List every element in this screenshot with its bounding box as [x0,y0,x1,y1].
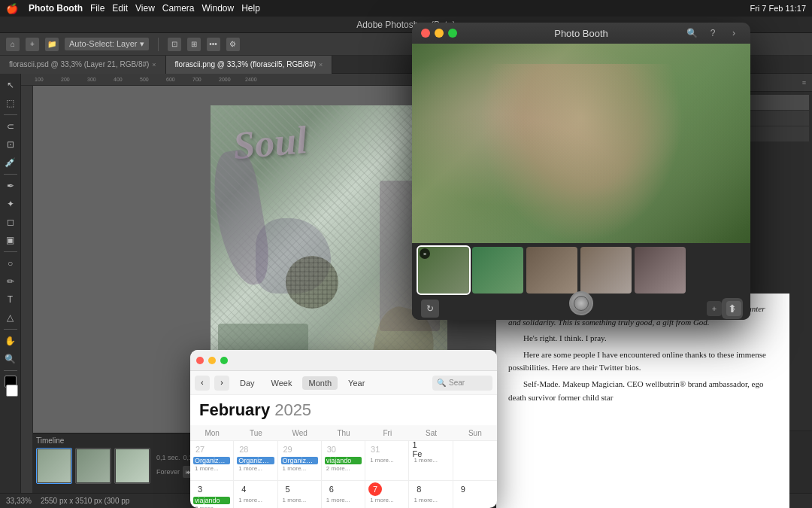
ps-align-icon[interactable]: ⊡ [168,38,181,51]
tool-gradient[interactable]: ▣ [2,232,19,248]
cal-event: Organizaç... [237,457,274,464]
pb-thumb-2[interactable] [472,247,523,294]
cal-day-29[interactable]: 29 Organizaç... 1 more... [278,441,322,480]
pb-thumb-3[interactable] [526,247,577,294]
tool-hand[interactable]: ✋ [2,333,19,349]
cal-next-button[interactable]: › [214,376,229,391]
tool-eraser[interactable]: ◻ [2,214,19,230]
cal-day-5[interactable]: 5 1 more... [278,481,322,508]
cal-day-7[interactable]: 7 1 more... [365,481,409,508]
ps-new-icon[interactable]: + [26,38,39,51]
cal-view-year[interactable]: Year [342,376,371,390]
calendar-window: ‹ › Day Week Month Year 🔍 Sear February … [190,350,497,508]
ps-home-icon[interactable]: ⌂ [6,38,20,51]
tool-clone[interactable]: ✦ [2,196,19,212]
cal-day-31[interactable]: 31 1 more... [365,441,409,480]
cal-view-day[interactable]: Day [234,376,261,390]
apple-icon[interactable]: 🍎 [6,3,18,14]
tool-divider-2 [4,174,17,175]
menu-edit[interactable]: Edit [112,3,128,14]
menu-camera[interactable]: Camera [162,3,195,14]
pb-close-button[interactable] [421,29,430,38]
ps-frame-3[interactable] [114,448,150,484]
cal-day-num-31: 31 [368,443,382,456]
pb-maximize-button[interactable] [448,29,457,38]
pb-extend-icon[interactable]: › [726,26,741,41]
ps-doc-size: 2550 px x 3510 px (300 pp [41,497,129,505]
cal-day-30[interactable]: 30 viajando 2 more... [322,441,365,480]
tool-select[interactable]: ⬚ [2,95,19,111]
ps-tab-2-close[interactable]: × [319,61,323,68]
ps-settings-icon[interactable]: ⚙ [226,38,240,51]
pb-thumb-4[interactable] [580,247,632,294]
pb-refresh-button[interactable]: ↻ [421,300,439,318]
ps-tab-1-close[interactable]: × [152,61,156,68]
tool-shape[interactable]: △ [2,309,19,326]
menu-view[interactable]: View [135,3,155,14]
tool-divider-3 [4,251,17,252]
cal-maximize-button[interactable] [220,357,228,364]
tool-pen[interactable]: ✏ [2,273,19,290]
tool-move[interactable]: ↖ [2,77,19,93]
cal-close-button[interactable] [196,357,204,364]
cal-day-4[interactable]: 4 1 more... [234,481,277,508]
cal-day-9[interactable]: 9 [453,481,497,508]
cal-event-more: 1 more... [237,497,274,503]
cal-prev-button[interactable]: ‹ [195,376,210,391]
pb-thumb-1[interactable]: × [418,247,469,294]
cal-toolbar: ‹ › Day Week Month Year 🔍 Sear [190,371,497,395]
tool-dodge[interactable]: ○ [2,255,19,272]
pb-minimize-button[interactable] [435,29,444,38]
cal-day-3[interactable]: 3 viajando 2 more... [190,481,234,508]
cal-search-icon: 🔍 [437,379,446,387]
tool-zoom[interactable]: 🔍 [2,351,19,367]
ps-frame-thumb-2 [77,449,110,482]
pb-thumb-1-close[interactable]: × [420,248,430,259]
cal-day-num-2 [456,443,470,456]
pb-thumb-5[interactable] [635,247,686,294]
ps-tab-2[interactable]: florascii.png @ 33,3% (florascil5, RGB/8… [166,56,333,74]
cal-event: Organizaç... [193,457,230,464]
ps-tab-1[interactable]: florascii.psd @ 33,3% (Layer 21, RGB/8#)… [0,56,166,74]
cal-day-1feb[interactable]: 1 Fe 1 more... [409,441,453,480]
cal-year: 2025 [274,400,311,420]
cal-day-27[interactable]: 27 Organizaç... 1 more... [190,441,234,480]
cal-view-month[interactable]: Month [302,376,338,390]
pb-share-button[interactable]: ⬆ [722,298,743,319]
tool-crop[interactable]: ⊡ [2,136,19,153]
tool-lasso[interactable]: ⊂ [2,118,19,135]
tool-eyedrop[interactable]: 💉 [2,154,19,171]
cal-minimize-button[interactable] [208,357,216,364]
pb-search-icon[interactable]: 🔍 [684,26,699,41]
tool-background-color[interactable] [6,385,18,397]
tool-type[interactable]: T [2,291,19,308]
tool-brush[interactable]: ✒ [2,178,19,194]
ps-more-icon[interactable]: ••• [207,38,220,51]
cal-event-more: 1 more... [412,497,449,503]
cal-day-6[interactable]: 6 1 more... [322,481,365,508]
frame-time-1: 0,1 sec. [156,454,180,461]
cal-view-week[interactable]: Week [265,376,298,390]
ps-frame-1[interactable] [36,448,72,484]
menu-window[interactable]: Window [202,3,235,14]
cal-day-num-28: 28 [237,443,250,456]
menu-file[interactable]: File [90,3,105,14]
ps-frame-2[interactable] [75,448,111,484]
cal-event-viajando: viajando [325,457,362,464]
pb-help-icon[interactable]: ? [705,26,720,41]
ps-transform-icon[interactable]: ⊞ [187,38,201,51]
cal-day-8[interactable]: 8 1 more... [409,481,453,508]
layers-menu-icon[interactable]: ≡ [802,79,806,87]
cal-event-more: 1 more... [237,465,274,472]
pb-capture-button[interactable] [569,291,593,315]
pb-add-button[interactable]: + [707,301,722,316]
cal-day-2[interactable] [453,441,497,480]
menu-help[interactable]: Help [241,3,260,14]
article-panel: Pope Francis says, the internet offers i… [496,294,789,508]
ps-ruler-vertical [21,86,33,493]
app-name[interactable]: Photo Booth [29,3,83,14]
cal-search[interactable]: 🔍 Sear [432,376,492,391]
ps-open-icon[interactable]: 📁 [45,38,59,51]
ps-auto-select[interactable]: Auto-Select: Layer ▾ [65,38,149,50]
cal-day-28[interactable]: 28 Organizaç... 1 more... [234,441,277,480]
